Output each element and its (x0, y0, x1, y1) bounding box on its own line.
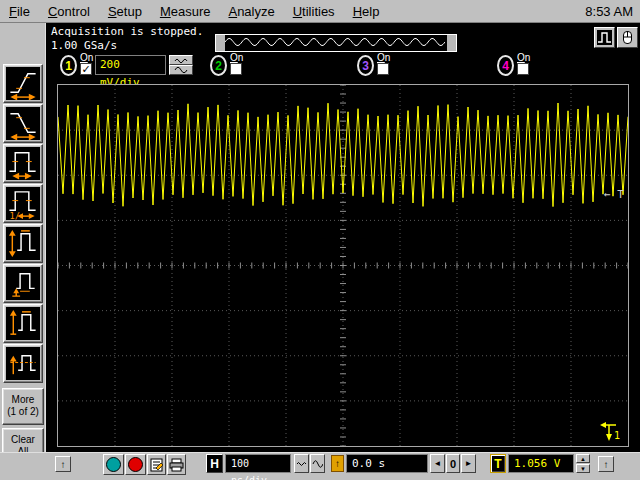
channel-2-on-checkbox[interactable]: ✓ (230, 63, 242, 75)
delay-display: 0.0 s (346, 454, 428, 473)
channel-2-badge[interactable]: 2 (210, 55, 227, 76)
marker-channel-number: 1 (614, 430, 620, 441)
horizontal-button[interactable]: H (206, 454, 223, 473)
vertical-scale-buttons (169, 55, 193, 76)
scroll-up-left-button[interactable]: ↑ (55, 456, 71, 472)
up-arrow-icon: ↑ (604, 459, 609, 470)
channel-2-on-label: On (230, 52, 243, 63)
graticule-and-trace (58, 85, 628, 446)
acquisition-status: Acquisition is stopped.1.00 GSa/s (51, 25, 203, 53)
glitch-icon: 1/ (6, 187, 40, 220)
trigger-pulse-threshold-button[interactable] (3, 344, 43, 383)
small-sine-icon (296, 460, 307, 468)
print-button[interactable] (167, 454, 186, 475)
clock: 8:53 AM (585, 4, 640, 19)
preview-wave (225, 35, 447, 51)
timebase-increase-button[interactable] (310, 454, 325, 473)
channel-3-badge[interactable]: 3 (357, 55, 374, 76)
right-arrow-icon: ► (465, 459, 473, 468)
trigger-pulse-width-button[interactable] (3, 144, 43, 183)
scale-increase-button[interactable] (169, 65, 193, 75)
spin-down-button[interactable]: ▼ (576, 464, 590, 473)
menu-utilities[interactable]: Utilities (284, 4, 344, 19)
pulse-icon (597, 30, 612, 45)
mouse-icon (620, 30, 635, 45)
scale-decrease-button[interactable] (169, 55, 193, 65)
menu-measure[interactable]: Measure (151, 4, 220, 19)
trigger-level-marker[interactable]: ← T (604, 188, 624, 201)
clear-label: Clear (11, 434, 35, 445)
delay-right-button[interactable]: ► (461, 454, 476, 473)
pulse-width-icon (6, 147, 40, 180)
channel-4-badge[interactable]: 4 (497, 55, 514, 76)
edge-falling-icon (6, 107, 40, 140)
edge-rising-icon (6, 67, 40, 100)
menu-control[interactable]: Control (39, 4, 99, 19)
run-icon (106, 457, 121, 472)
run-button[interactable] (103, 454, 124, 475)
more-button[interactable]: More(1 of 2) (2, 388, 44, 425)
oscilloscope-app: File Control Setup Measure Analyze Utili… (0, 0, 640, 480)
pulse-threshold-icon (6, 347, 40, 380)
trigger-pulse-amplitude-button[interactable] (3, 224, 43, 263)
large-sine-icon (312, 459, 323, 469)
channel-3-on-checkbox[interactable]: ✓ (377, 63, 389, 75)
channel-1-badge[interactable]: 1 (60, 55, 77, 76)
preview-left-cap[interactable] (216, 35, 225, 51)
up-arrow-icon: ↑ (61, 459, 66, 470)
waveform-display[interactable]: ← T 1 (57, 84, 629, 447)
pulse-tall-arrow-icon (6, 307, 40, 340)
menu-analyze[interactable]: Analyze (219, 4, 283, 19)
channel-1-scale[interactable]: 200 mV/div (95, 55, 166, 75)
mouse-mode-button[interactable] (617, 27, 638, 48)
timebase-decrease-button[interactable] (294, 454, 309, 473)
sample-rate: 1.00 GSa/s (51, 39, 117, 52)
delay-left-button[interactable]: ◄ (430, 454, 445, 473)
svg-text:1/: 1/ (9, 211, 20, 220)
trigger-level-display: 1.056 V (508, 454, 574, 473)
channel-1-on-checkbox[interactable]: ✓ (80, 63, 92, 75)
spin-up-button[interactable]: ▲ (576, 454, 590, 463)
trigger-edge-falling-button[interactable] (3, 104, 43, 143)
channel-4-on-label: On (517, 52, 530, 63)
waveform-preview-bar[interactable] (215, 34, 457, 52)
status-line1: Acquisition is stopped. (51, 25, 203, 38)
delay-zero-button[interactable]: 0 (446, 454, 460, 473)
trigger-button[interactable]: T (490, 454, 506, 473)
timebase-display: 100 ns/div (225, 454, 291, 473)
menu-file[interactable]: File (0, 4, 39, 19)
more-label: More (12, 394, 35, 405)
trigger-level-spinner: ▲ ▼ (576, 454, 590, 473)
channel-1-ground-marker[interactable]: 1 (598, 421, 622, 447)
pulse-display-mode-button[interactable] (594, 27, 615, 48)
channel-4-on-checkbox[interactable]: ✓ (517, 63, 529, 75)
scroll-up-right-button[interactable]: ↑ (598, 456, 614, 472)
menu-setup[interactable]: Setup (99, 4, 151, 19)
channel-1-on-label: On (80, 52, 93, 63)
left-arrow-icon: ◄ (434, 459, 442, 468)
printer-icon (169, 458, 184, 472)
stop-button[interactable] (125, 454, 146, 475)
pulse-amplitude-icon (6, 227, 40, 260)
more-page: (1 of 2) (7, 406, 39, 417)
pulse-low-icon (6, 267, 40, 300)
menu-help[interactable]: Help (344, 4, 389, 19)
menu-bar: File Control Setup Measure Analyze Utili… (0, 0, 640, 23)
notes-button[interactable] (147, 454, 166, 475)
trigger-pulse-tall-arrow-button[interactable] (3, 304, 43, 343)
trigger-glitch-button[interactable]: 1/ (3, 184, 43, 223)
channel-3-on-label: On (377, 52, 390, 63)
preview-right-cap[interactable] (447, 35, 456, 51)
stop-icon (128, 457, 143, 472)
checkmark: ✓ (81, 63, 90, 75)
up-triangle-icon: ▲ (580, 456, 586, 462)
down-triangle-icon: ▼ (580, 466, 586, 472)
trigger-sidebar: 1/ More(1 of 2) ClearAll (0, 23, 46, 480)
trigger-pulse-low-button[interactable] (3, 264, 43, 303)
trigger-position-icon[interactable]: ↑ (331, 455, 344, 472)
notepad-icon (150, 458, 164, 472)
trigger-edge-rising-button[interactable] (3, 64, 43, 103)
